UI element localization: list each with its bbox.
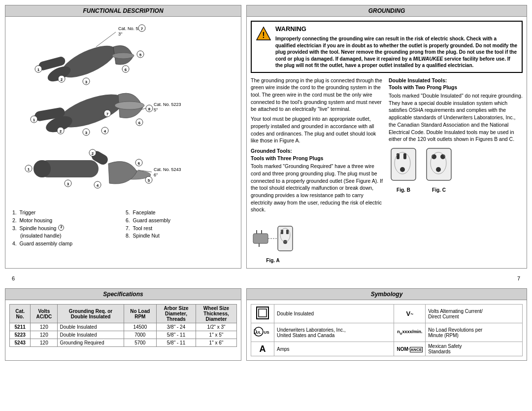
col-cat: Cat.No. <box>10 305 31 323</box>
grounding-two-col: The grounding prong in the plug is conne… <box>251 77 523 264</box>
tool-diagram: Cat. No. 5211 3" 7 <box>8 20 238 207</box>
cell-arbor: 3/8" - 24 <box>157 323 196 331</box>
tool-2-diagram: 1 2 3 4 6 <box>31 88 153 136</box>
figure-b-svg <box>389 146 418 185</box>
main-grounding-text: The grounding prong in the plug is conne… <box>251 77 385 144</box>
svg-point-23 <box>115 102 144 109</box>
list-item: 8. Spindle Nut <box>126 232 234 240</box>
sym-icon-amps: A <box>251 342 274 356</box>
warning-box: ! WARNING Improperly connecting the grou… <box>251 21 523 73</box>
sym-desc-nom: Mexican SafetyStandards <box>426 342 523 356</box>
svg-point-4 <box>57 39 120 84</box>
svg-text:UL: UL <box>256 331 261 334</box>
cell-rpm: 7000 <box>124 331 156 339</box>
svg-text:6: 6 <box>125 68 127 72</box>
cell-cat: 5243 <box>10 339 31 347</box>
svg-text:1: 1 <box>33 118 35 122</box>
cell-cat: 5223 <box>10 331 31 339</box>
top-row: FUNCTIONAL DESCRIPTION Cat. No. 5211 3" … <box>5 5 527 269</box>
sym-desc-rpm: No Load Revolutions perMinute (RPM) <box>426 323 523 342</box>
col-arbor: Arbor SizeDiameter,Threads <box>157 305 196 323</box>
parts-col-1: 1. Trigger 2. Motor housing 3. Spindle h… <box>12 209 121 248</box>
svg-rect-60 <box>253 234 268 243</box>
sym-icon-double-insulated <box>251 305 274 323</box>
svg-text:2: 2 <box>92 151 94 156</box>
svg-text:1: 1 <box>37 68 40 72</box>
svg-text:!: ! <box>262 31 265 39</box>
svg-text:c: c <box>254 331 256 334</box>
svg-text:2: 2 <box>60 129 62 134</box>
functional-description-panel: FUNCTIONAL DESCRIPTION Cat. No. 5211 3" … <box>5 5 241 269</box>
specifications-content: Cat.No. VoltsAC/DC Grounding Req. orDoub… <box>5 300 241 351</box>
warning-body: Improperly connecting the grounding wire… <box>275 35 518 69</box>
svg-text:7: 7 <box>141 27 143 31</box>
svg-point-73 <box>400 167 405 172</box>
svg-text:3: 3 <box>85 131 88 135</box>
cell-rpm: 14500 <box>124 323 156 331</box>
cell-arbor: 5/8" - 11 <box>157 339 196 347</box>
svg-text:US: US <box>264 330 269 335</box>
sym-icon-nom: NOM·ANCE <box>394 342 426 356</box>
specifications-table: Cat.No. VoltsAC/DC Grounding Req. orDoub… <box>9 304 237 347</box>
grounded-tools-title: Grounded Tools:Tools with Three Prong Pl… <box>251 147 385 162</box>
fig-c-label: Fig. C <box>432 187 446 194</box>
svg-text:1: 1 <box>28 167 30 171</box>
cell-cat: 5211 <box>10 323 31 331</box>
col-rpm: No LoadRPM <box>124 305 156 323</box>
warning-title: WARNING <box>275 25 518 34</box>
svg-rect-65 <box>278 226 293 251</box>
list-item: 5. Faceplate <box>126 209 234 217</box>
cell-volts: 120 <box>31 331 58 339</box>
cell-volts: 120 <box>31 323 58 331</box>
parts-col-2: 5. Faceplate 6. Guard assembly 7. Tool r… <box>126 209 234 248</box>
symbology-content: Double Insulated V~ Volts Alternating Cu… <box>247 300 527 360</box>
svg-rect-45 <box>33 160 51 177</box>
sym-icon-rpm: noxxxx/min. <box>394 323 426 342</box>
cell-wheel: 1" x 5" <box>196 331 236 339</box>
svg-text:5": 5" <box>154 107 158 112</box>
double-insulated-title: Double Insulated Tools:Tools with Two Pr… <box>389 77 523 91</box>
svg-rect-66 <box>281 230 283 234</box>
figure-c: Fig. C <box>424 146 454 194</box>
list-item: (insulated handle) <box>12 232 121 240</box>
symbology-panel: Symbology Double Insulated V~ <box>246 288 527 361</box>
svg-point-6 <box>112 53 134 59</box>
svg-text:3": 3" <box>118 32 122 36</box>
sym-desc-ul: Underwriters Laboratories, Inc.,United S… <box>274 323 394 342</box>
tool-3-diagram: 1 2 3 4 6 <box>25 149 152 188</box>
cell-grounding: Double Insulated <box>58 331 124 339</box>
figures-bc-area: Fig. B <box>389 146 523 194</box>
svg-rect-67 <box>286 230 289 234</box>
svg-text:4: 4 <box>97 183 99 188</box>
cell-volts: 120 <box>31 339 58 347</box>
svg-rect-81 <box>259 309 266 317</box>
svg-text:3: 3 <box>67 182 69 186</box>
figure-a-svg <box>251 216 295 256</box>
svg-rect-72 <box>403 153 406 159</box>
svg-rect-75 <box>427 148 451 180</box>
symbology-header: Symbology <box>247 289 527 300</box>
cell-rpm: 5700 <box>124 339 156 347</box>
page-number-left: 6 <box>12 275 15 281</box>
sym-icon-ul: UL US c <box>251 323 274 342</box>
svg-text:2: 2 <box>61 77 63 82</box>
list-item: 1. Trigger <box>12 209 121 217</box>
cell-arbor: 5/8" - 11 <box>157 331 196 339</box>
table-row: 5223 120 Double Insulated 7000 5/8" - 11… <box>10 331 237 339</box>
sym-icon-vac: V~ <box>394 305 426 323</box>
svg-text:6": 6" <box>154 172 158 177</box>
specifications-panel: Specifications Cat.No. VoltsAC/DC Ground… <box>5 288 241 361</box>
cell-wheel: 1" x 6" <box>196 339 236 347</box>
svg-text:4: 4 <box>104 129 106 134</box>
svg-text:3: 3 <box>85 80 88 84</box>
page: FUNCTIONAL DESCRIPTION Cat. No. 5211 3" … <box>0 0 532 366</box>
specifications-header: Specifications <box>5 289 241 300</box>
list-item: 4. Guard assembly clamp <box>12 240 121 248</box>
svg-text:7: 7 <box>106 112 109 116</box>
table-row: 5211 120 Double Insulated 14500 3/8" - 2… <box>10 323 237 331</box>
grounding-left: The grounding prong in the plug is conne… <box>251 77 385 264</box>
figure-a: Fig. A <box>251 216 295 264</box>
sym-desc-vac: Volts Alternating Current/Direct Current <box>426 305 523 323</box>
sym-row-ul: UL US c Underwriters Laboratories, Inc.,… <box>251 323 523 342</box>
col-volts: VoltsAC/DC <box>31 305 58 323</box>
